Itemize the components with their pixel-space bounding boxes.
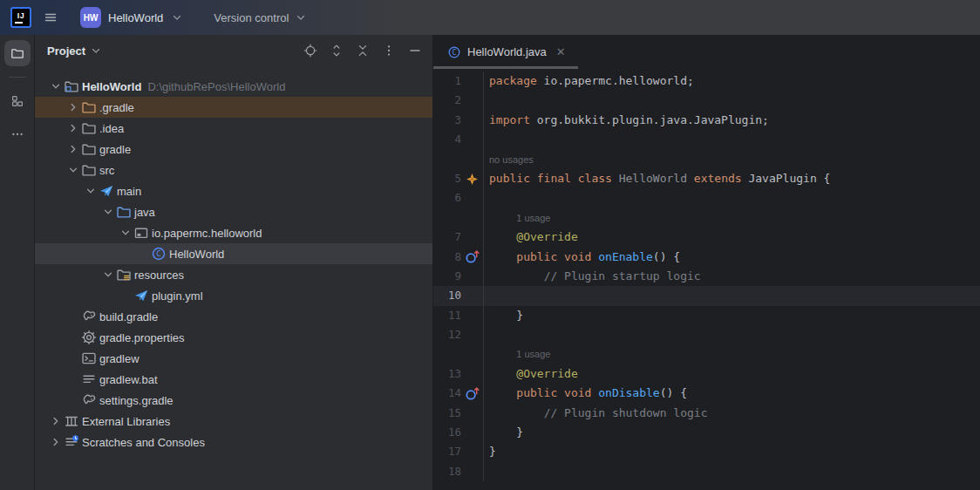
version-control-widget[interactable]: Version control (208, 7, 313, 28)
gutter[interactable]: 4 (433, 130, 483, 149)
hamburger-menu-icon[interactable] (44, 10, 58, 24)
code-line-7[interactable]: 7 @Override (433, 228, 980, 247)
gutter[interactable]: 10 (433, 286, 483, 305)
gutter[interactable]: 17 (433, 442, 483, 461)
tab-helloworld-java[interactable]: C HelloWorld.java ✕ (433, 35, 578, 69)
chevron-collapsed-icon[interactable] (48, 434, 64, 450)
gutter[interactable]: 15 (433, 404, 483, 423)
chevron-expanded-icon[interactable] (100, 267, 116, 282)
project-panel-title[interactable]: Project (47, 44, 85, 58)
line-number[interactable]: 6 (433, 188, 461, 208)
inlay-hint-row[interactable]: 1 usage (433, 208, 980, 228)
code-editor[interactable]: 1package io.papermc.helloworld;23import … (433, 69, 980, 490)
chevron-expanded-icon[interactable] (100, 204, 116, 220)
gutter[interactable] (433, 344, 483, 364)
gutter[interactable]: 13 (433, 364, 483, 384)
code-line-3[interactable]: 3import org.bukkit.plugin.java.JavaPlugi… (433, 111, 980, 130)
gutter[interactable]: 2 (433, 91, 483, 110)
code-line-18[interactable]: 18 (433, 462, 980, 481)
code-line-8[interactable]: 8 public void onEnable() { (433, 248, 980, 267)
inlay-hint[interactable]: no usages (483, 150, 980, 169)
gutter[interactable]: 16 (433, 423, 483, 442)
code-text[interactable] (483, 188, 980, 208)
tree-item-resources[interactable]: resources (35, 264, 432, 285)
code-text[interactable]: @Override (483, 364, 980, 384)
line-number[interactable]: 9 (433, 267, 461, 286)
tree-item-scratches-and-consoles[interactable]: Scratches and Consoles (35, 432, 432, 453)
project-widget[interactable]: HW HelloWorld (75, 3, 189, 31)
tree-item-gradlew[interactable]: gradlew (35, 348, 432, 369)
code-line-2[interactable]: 2 (433, 91, 980, 110)
code-line-1[interactable]: 1package io.papermc.helloworld; (433, 71, 980, 91)
code-line-10[interactable]: 10 (433, 286, 980, 305)
code-text[interactable]: public void onEnable() { (483, 248, 980, 267)
line-number[interactable]: 15 (433, 404, 461, 423)
tree-item-build-gradle[interactable]: build.gradle (35, 306, 432, 327)
code-line-9[interactable]: 9 // Plugin startup logic (433, 267, 980, 286)
override-icon[interactable] (464, 386, 480, 400)
chevron-expanded-icon[interactable] (48, 78, 64, 94)
gutter[interactable]: 6 (433, 188, 483, 208)
code-line-16[interactable]: 16 } (433, 423, 980, 442)
tree-item-java[interactable]: java (35, 201, 432, 222)
close-icon[interactable]: ✕ (556, 45, 566, 58)
line-number[interactable]: 18 (433, 462, 461, 481)
inlay-hint-label[interactable]: 1 usage (516, 349, 550, 359)
collapse-all-button[interactable] (354, 42, 371, 59)
locate-button[interactable] (302, 42, 319, 59)
line-number[interactable]: 17 (433, 442, 461, 461)
gutter[interactable]: 5 (433, 169, 483, 188)
chevron-expanded-icon[interactable] (65, 162, 81, 178)
code-text[interactable]: // Plugin startup logic (483, 267, 980, 286)
code-text[interactable]: package io.papermc.helloworld; (483, 71, 980, 91)
code-line-15[interactable]: 15 // Plugin shutdown logic (433, 404, 980, 423)
line-number[interactable]: 7 (433, 228, 461, 247)
gutter[interactable]: 3 (433, 111, 483, 130)
gutter[interactable]: 11 (433, 306, 483, 325)
gutter[interactable]: 7 (433, 228, 483, 247)
inlay-hint-row[interactable]: 1 usage (433, 344, 980, 364)
stripe-button-structure-squares[interactable] (4, 88, 31, 114)
code-line-5[interactable]: 5public final class HelloWorld extends J… (433, 169, 980, 188)
inlay-hint-label[interactable]: no usages (489, 154, 534, 165)
stripe-button-project-tool-folder[interactable] (4, 40, 31, 66)
gutter[interactable]: 14 (433, 384, 483, 403)
tree-item-external-libraries[interactable]: External Libraries (35, 411, 432, 432)
line-number[interactable]: 16 (433, 423, 461, 442)
chevron-expanded-icon[interactable] (118, 225, 133, 241)
code-text[interactable] (483, 325, 980, 344)
tree-item-gradle-properties[interactable]: gradle.properties (35, 327, 432, 348)
intellij-logo-icon[interactable]: IJ (10, 7, 31, 28)
stripe-button-more-horizontal[interactable] (4, 121, 31, 147)
tree-item-main[interactable]: main (35, 180, 432, 201)
tree-item-gradlew-bat[interactable]: gradlew.bat (35, 369, 432, 390)
line-number[interactable]: 4 (433, 130, 461, 149)
tree-item-helloworld[interactable]: CHelloWorld (35, 243, 432, 264)
tree-item-gradle[interactable]: gradle (35, 139, 432, 160)
code-text[interactable] (483, 286, 980, 305)
tree-item--idea[interactable]: .idea (35, 118, 432, 139)
inlay-hint-label[interactable]: 1 usage (516, 213, 550, 223)
code-line-11[interactable]: 11 } (433, 306, 980, 325)
code-line-13[interactable]: 13 @Override (433, 364, 980, 384)
plugin-marker-icon[interactable] (464, 172, 480, 186)
code-text[interactable] (483, 130, 980, 149)
code-text[interactable] (483, 91, 980, 110)
code-text[interactable] (483, 462, 980, 481)
inlay-hint[interactable]: 1 usage (483, 208, 980, 228)
gutter[interactable] (433, 208, 483, 228)
line-number[interactable]: 3 (433, 111, 461, 130)
line-number[interactable]: 14 (433, 384, 461, 403)
code-text[interactable]: } (483, 442, 980, 461)
code-line-6[interactable]: 6 (433, 188, 980, 208)
chevron-collapsed-icon[interactable] (65, 99, 81, 115)
chevron-expanded-icon[interactable] (83, 183, 99, 199)
chevron-collapsed-icon[interactable] (65, 120, 81, 136)
gutter[interactable]: 8 (433, 248, 483, 267)
inlay-hint[interactable]: 1 usage (483, 344, 980, 364)
more-vertical-button[interactable] (380, 42, 398, 59)
tree-item-settings-gradle[interactable]: settings.gradle (35, 390, 432, 411)
code-text[interactable]: // Plugin shutdown logic (483, 404, 980, 423)
gutter[interactable]: 18 (433, 462, 483, 481)
chevron-collapsed-icon[interactable] (48, 413, 64, 429)
